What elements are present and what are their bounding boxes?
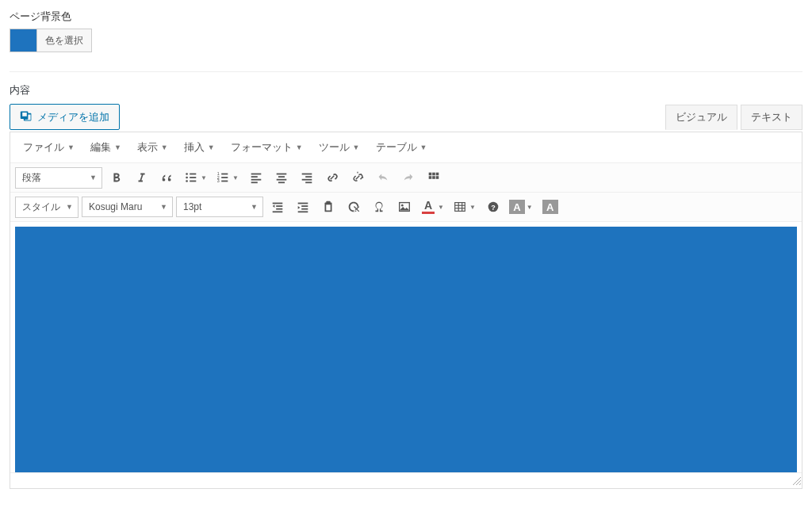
svg-rect-28 (432, 176, 435, 179)
editor-container: ファイル▼ 編集▼ 表示▼ 挿入▼ フォーマット▼ ツール▼ テーブル▼ 段落▼… (10, 132, 802, 489)
svg-text:3: 3 (217, 178, 220, 183)
editor-content-area[interactable] (15, 227, 797, 472)
menu-edit[interactable]: 編集▼ (84, 137, 128, 158)
align-left-button[interactable] (245, 166, 267, 189)
redo-button[interactable] (397, 166, 419, 189)
svg-rect-31 (276, 205, 282, 207)
svg-rect-20 (302, 174, 312, 175)
svg-rect-40 (326, 204, 330, 210)
svg-rect-15 (251, 181, 258, 183)
svg-rect-1 (190, 174, 196, 175)
background-highlight-button[interactable]: A (539, 196, 561, 218)
svg-rect-24 (429, 173, 432, 176)
blockquote-button[interactable] (156, 166, 178, 189)
svg-rect-30 (273, 203, 283, 204)
unlink-button[interactable] (347, 166, 369, 189)
highlight-color-button[interactable]: A ▼ (508, 196, 536, 218)
svg-point-42 (401, 204, 404, 207)
media-tabs-row: メディアを追加 ビジュアル テキスト (10, 104, 802, 130)
content-label: 内容 (10, 83, 802, 97)
color-picker-row: 色を選択 (10, 29, 802, 52)
bullet-list-button[interactable]: ▼ (182, 166, 210, 189)
svg-rect-21 (305, 176, 312, 178)
svg-point-2 (186, 177, 188, 179)
divider (10, 71, 802, 72)
svg-rect-36 (301, 208, 308, 210)
svg-text:?: ? (491, 204, 496, 212)
numbered-list-button[interactable]: 123 ▼ (213, 166, 242, 189)
style-select[interactable]: スタイル▼ (15, 197, 79, 218)
select-color-button[interactable]: 色を選択 (36, 29, 92, 52)
table-insert-button[interactable]: ▼ (450, 196, 479, 218)
menu-file[interactable]: ファイル▼ (17, 137, 81, 158)
link-button[interactable] (321, 166, 343, 189)
svg-rect-33 (273, 211, 283, 212)
svg-rect-32 (276, 208, 282, 210)
svg-rect-35 (301, 205, 308, 207)
align-right-button[interactable] (296, 166, 318, 189)
menu-table[interactable]: テーブル▼ (370, 137, 434, 158)
menu-format[interactable]: フォーマット▼ (224, 137, 309, 158)
font-size-select[interactable]: 13pt▼ (176, 197, 263, 217)
toolbar-toggle-button[interactable] (423, 166, 445, 189)
svg-rect-16 (277, 174, 287, 175)
menu-view[interactable]: 表示▼ (131, 137, 174, 158)
text-color-button[interactable]: A ▼ (419, 196, 447, 218)
font-select[interactable]: Kosugi Maru▼ (82, 197, 173, 217)
special-char-button[interactable] (368, 196, 390, 218)
tab-visual[interactable]: ビジュアル (665, 105, 737, 130)
toolbar-row-1: 段落▼ ▼ 123 ▼ (10, 163, 802, 193)
svg-point-0 (186, 173, 188, 175)
italic-button[interactable] (131, 166, 153, 189)
paste-button[interactable] (317, 196, 339, 218)
outdent-button[interactable] (266, 196, 289, 218)
media-icon (20, 109, 33, 124)
block-format-select[interactable]: 段落▼ (15, 167, 102, 189)
svg-rect-37 (298, 211, 308, 212)
svg-rect-7 (221, 174, 228, 175)
svg-rect-19 (278, 181, 285, 183)
svg-rect-11 (221, 181, 228, 182)
svg-rect-25 (432, 173, 435, 176)
menu-insert[interactable]: 挿入▼ (178, 137, 221, 158)
image-button[interactable] (393, 196, 416, 218)
add-media-label: メディアを追加 (37, 110, 109, 124)
clear-formatting-button[interactable] (343, 196, 365, 218)
svg-rect-14 (251, 179, 262, 181)
svg-rect-39 (326, 201, 330, 204)
svg-rect-34 (298, 203, 308, 204)
align-center-button[interactable] (270, 166, 293, 189)
resize-handle-icon[interactable] (791, 475, 802, 488)
svg-rect-12 (251, 174, 262, 175)
bold-button[interactable] (105, 166, 128, 189)
tab-text[interactable]: テキスト (741, 105, 802, 130)
svg-rect-23 (305, 181, 312, 183)
editor-tabs: ビジュアル テキスト (665, 105, 802, 130)
svg-rect-13 (251, 176, 258, 178)
toolbar-row-2: スタイル▼ Kosugi Maru▼ 13pt▼ A ▼ ▼ ? A ▼ A (10, 193, 802, 222)
svg-rect-18 (277, 179, 287, 181)
indent-button[interactable] (292, 196, 314, 218)
add-media-button[interactable]: メディアを追加 (10, 104, 120, 130)
svg-point-4 (186, 180, 188, 182)
svg-rect-9 (221, 177, 228, 178)
svg-rect-29 (436, 176, 439, 179)
svg-rect-22 (302, 179, 312, 181)
svg-rect-43 (455, 203, 465, 212)
menu-tools[interactable]: ツール▼ (312, 137, 366, 158)
svg-rect-17 (278, 176, 285, 178)
editor-footer (10, 472, 802, 488)
help-button[interactable]: ? (482, 196, 504, 218)
page-bgcolor-label: ページ背景色 (10, 10, 802, 24)
svg-rect-3 (190, 177, 196, 178)
svg-rect-5 (190, 181, 196, 182)
undo-button[interactable] (372, 166, 394, 189)
editor-menubar: ファイル▼ 編集▼ 表示▼ 挿入▼ フォーマット▼ ツール▼ テーブル▼ (10, 132, 802, 163)
color-swatch[interactable] (10, 29, 36, 52)
svg-rect-27 (429, 176, 432, 179)
svg-rect-26 (436, 173, 439, 176)
